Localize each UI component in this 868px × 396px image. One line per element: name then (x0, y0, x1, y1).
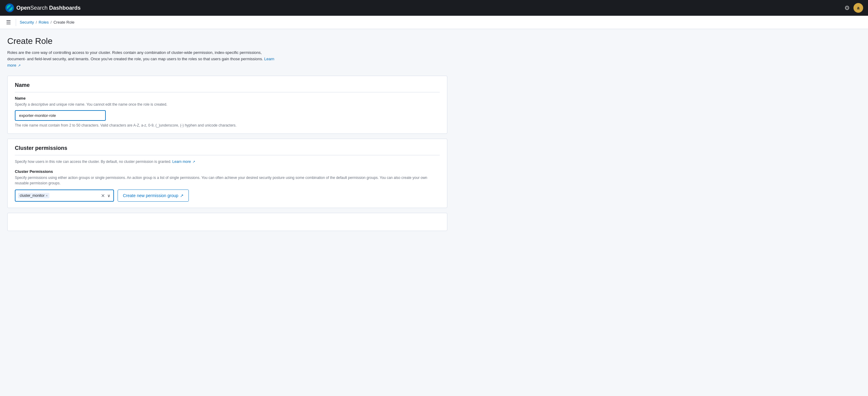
cluster-section-description: Specify how users in this role can acces… (15, 159, 440, 164)
page-title: Create Role (7, 36, 447, 46)
svg-point-0 (5, 4, 14, 12)
page-learn-more-external-icon: ↗ (18, 63, 21, 68)
cluster-monitor-tag: cluster_monitor × (18, 193, 50, 198)
avatar-label: a (857, 5, 860, 10)
name-field-description: Specify a descriptive and unique role na… (15, 102, 440, 107)
page-description: Roles are the core way of controlling ac… (7, 50, 280, 68)
cluster-permissions-field-description: Specify permissions using either action … (15, 175, 440, 186)
breadcrumb-current: Create Role (53, 20, 74, 25)
opensearch-logo-icon (5, 3, 14, 13)
cluster-permissions-field-label: Cluster Permissions (15, 169, 440, 174)
cluster-permissions-input-row: cluster_monitor × ✕ ∨ Crea (15, 190, 440, 202)
cluster-monitor-tag-close-button[interactable]: × (46, 194, 48, 197)
breadcrumb: Security / Roles / Create Role (20, 20, 74, 25)
breadcrumb-bar: ☰ Security / Roles / Create Role (0, 16, 868, 29)
cluster-learn-more-external-icon: ↗ (192, 159, 195, 164)
logo: OpenSearch Dashboards (5, 3, 81, 13)
cluster-monitor-tag-label: cluster_monitor (20, 194, 44, 198)
chevron-down-icon: ∨ (107, 193, 110, 198)
cluster-learn-more-link[interactable]: Learn more ↗ (173, 160, 195, 164)
gear-icon: ⚙ (844, 4, 850, 11)
cluster-permissions-panel: Cluster permissions Specify how users in… (7, 139, 447, 208)
user-avatar-button[interactable]: a (854, 3, 863, 13)
index-permissions-panel (7, 213, 447, 231)
main-content: Create Role Roles are the core way of co… (0, 29, 455, 238)
topbar-left: OpenSearch Dashboards (5, 3, 81, 13)
settings-button[interactable]: ⚙ (844, 4, 850, 11)
create-perm-btn-external-icon: ↗ (180, 193, 184, 198)
clear-icon: ✕ (101, 193, 105, 199)
name-field-hint: The role name must contain from 2 to 50 … (15, 123, 440, 128)
role-name-input[interactable] (15, 110, 106, 121)
create-permission-group-button[interactable]: Create new permission group ↗ (118, 190, 189, 202)
cluster-section-title: Cluster permissions (15, 145, 440, 155)
topbar-right: ⚙ a (844, 3, 863, 13)
cluster-permissions-search-input[interactable] (50, 194, 100, 198)
cluster-permissions-combobox[interactable]: cluster_monitor × ✕ ∨ (15, 190, 114, 202)
name-section-title: Name (15, 82, 440, 92)
cluster-permissions-section: Cluster Permissions Specify permissions … (15, 169, 440, 202)
topbar: OpenSearch Dashboards ⚙ a (0, 0, 868, 16)
combobox-clear-button[interactable]: ✕ (100, 192, 105, 199)
breadcrumb-roles-link[interactable]: Roles (39, 20, 49, 25)
combobox-chevron-button[interactable]: ∨ (107, 193, 111, 199)
name-panel: Name Name Specify a descriptive and uniq… (7, 76, 447, 134)
combobox-actions: ✕ ∨ (100, 192, 111, 199)
name-field-label: Name (15, 96, 440, 100)
hamburger-menu-button[interactable]: ☰ (5, 18, 12, 27)
breadcrumb-security-link[interactable]: Security (20, 20, 34, 25)
logo-text: OpenSearch Dashboards (17, 5, 81, 11)
name-field-group: Name Specify a descriptive and unique ro… (15, 96, 440, 128)
breadcrumb-sep-1: / (36, 20, 37, 25)
hamburger-icon: ☰ (6, 19, 11, 26)
breadcrumb-sep-2: / (51, 20, 52, 25)
create-perm-btn-label: Create new permission group (123, 193, 178, 198)
breadcrumb-vertical-divider (16, 19, 16, 26)
